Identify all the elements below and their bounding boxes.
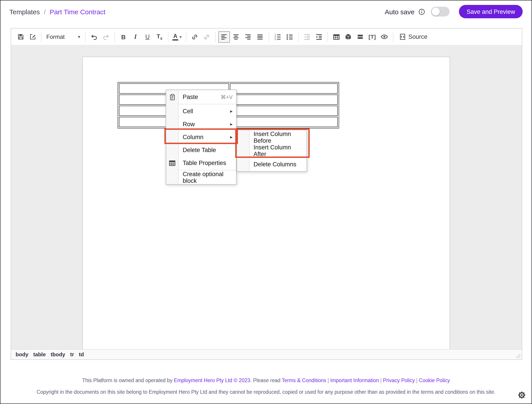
menu-item-row[interactable]: Row ▸ [166,118,236,131]
remove-format-button[interactable]: Tx [154,31,165,43]
footer-separator: | [328,378,329,383]
unlink-button[interactable] [201,31,212,43]
menu-item-label: Column [183,134,203,140]
menu-item-cell[interactable]: Cell ▸ [166,105,236,118]
footer-legal-line: This Platform is owned and operated by E… [0,378,532,383]
save-and-preview-button[interactable]: Save and Preview [459,5,523,18]
decrease-indent-button[interactable] [301,31,313,43]
preview-button[interactable] [379,31,390,43]
insert-placeholder-button[interactable]: [T] [367,31,378,43]
undo-button[interactable] [88,31,100,43]
justify-button[interactable] [254,31,266,43]
toolbar-divider [327,32,328,42]
employment-hero-link[interactable]: Employment Hero Pty Ltd © 2023 [174,378,250,383]
source-label: Source [408,33,428,40]
menu-item-label: Cell [183,108,193,115]
table-cell[interactable] [230,117,338,127]
stacked-bars-icon [357,33,364,40]
edit-pencil-icon [29,33,36,40]
italic-icon: I [134,33,137,41]
align-right-icon [245,33,251,40]
gear-icon[interactable] [518,391,526,399]
page-title: Part Time Contract [50,8,105,15]
text-token-icon: [T] [368,34,376,40]
save-template-button[interactable] [15,31,26,43]
path-item-tbody[interactable]: tbody [51,351,65,358]
menu-item-label: Delete Columns [253,161,296,167]
important-information-link[interactable]: Important Information [330,378,379,383]
toolbar-divider [114,32,115,42]
underline-button[interactable]: U [142,31,153,43]
menu-separator [179,104,236,104]
submenu-arrow-icon: ▸ [230,121,233,127]
menu-item-label: Row [183,121,195,128]
rich-text-editor: Format ▾ B I U Tx A ▾ 123 [11,28,522,360]
bold-button[interactable]: B [118,31,129,43]
justify-icon [257,33,263,40]
menu-item-insert-column-before[interactable]: Insert Column Before [237,131,307,144]
menu-item-delete-columns[interactable]: Delete Columns [237,157,307,171]
undo-arrow-icon [90,33,98,40]
text-color-button[interactable]: A ▾ [171,31,183,43]
path-item-td[interactable]: td [79,351,84,358]
redo-button[interactable] [100,31,112,43]
table-cell[interactable] [230,83,338,94]
menu-item-label: Paste [183,94,198,100]
toolbar-divider [168,32,168,42]
increase-indent-button[interactable] [313,31,325,43]
insert-link-button[interactable] [189,31,200,43]
menu-item-insert-column-after[interactable]: Insert Column After [237,144,307,157]
path-item-body[interactable]: body [16,351,28,358]
menu-item-label: Create optional block [183,170,233,184]
bulleted-list-button[interactable] [284,31,295,43]
submenu-arrow-icon: ▸ [230,134,233,140]
toolbar-divider [85,32,86,42]
breadcrumb-templates-link[interactable]: Templates [9,8,40,15]
toolbar-divider [41,32,41,42]
table-cell[interactable] [230,106,338,116]
menu-item-paste[interactable]: Paste ⌘+V [166,91,236,104]
toolbar-divider [268,32,269,42]
autosave-label: Auto save [385,8,414,15]
menu-item-table-properties[interactable]: Table Properties [166,156,236,169]
info-icon[interactable] [418,8,425,15]
privacy-policy-link[interactable]: Privacy Policy [383,378,415,383]
source-button[interactable]: Source [396,31,431,43]
toolbar-divider [298,32,298,42]
insert-table-button[interactable] [330,31,342,43]
app-window: Templates / Part Time Contract Auto save… [0,0,532,404]
underline-icon: U [145,33,150,40]
cookie-policy-link[interactable]: Cookie Policy [419,378,450,383]
cube-icon [345,33,352,40]
editor-canvas[interactable] [11,46,522,349]
align-left-button[interactable] [218,31,230,43]
editor-resize-handle[interactable] [515,353,520,358]
numbered-list-button[interactable]: 123 [272,31,283,43]
align-center-icon [233,33,239,40]
redo-arrow-icon [102,33,110,40]
path-item-tr[interactable]: tr [70,351,74,358]
footer-text: This Platform is owned and operated by [82,378,174,383]
menu-item-delete-table[interactable]: Delete Table [166,143,236,156]
document-page[interactable] [82,57,450,349]
italic-button[interactable]: I [130,31,141,43]
autosave-toggle[interactable] [431,7,450,17]
terms-link[interactable]: Terms & Conditions [282,378,326,383]
format-dropdown[interactable]: Format ▾ [44,31,82,43]
clipboard-icon [168,93,177,101]
table-cell[interactable] [230,95,338,105]
insert-block-button[interactable] [355,31,366,43]
new-page-button[interactable] [27,31,38,43]
align-right-button[interactable] [242,31,254,43]
widget-button[interactable] [342,31,354,43]
toggle-knob [432,7,440,16]
path-item-table[interactable]: table [33,351,46,358]
align-left-icon [221,33,227,40]
outdent-icon [303,33,310,40]
menu-item-create-optional-block[interactable]: Create optional block [166,171,236,184]
menu-item-column[interactable]: Column ▸ [166,131,236,143]
chevron-down-icon: ▾ [78,34,80,39]
toolbar-divider [215,32,215,42]
align-center-button[interactable] [230,31,242,43]
table-grid-icon [168,159,177,167]
